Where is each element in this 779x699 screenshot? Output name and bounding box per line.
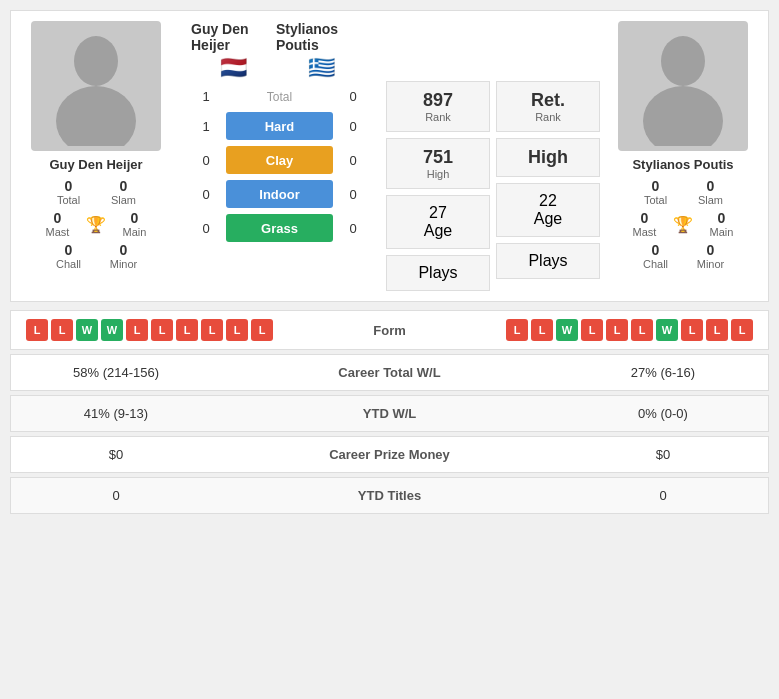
player1-flag: 🇳🇱 bbox=[220, 55, 247, 81]
p1-total-score: 1 bbox=[186, 89, 226, 104]
player2-age-value: 22 bbox=[505, 192, 591, 210]
player2-stats-top: 0 Total 0 Slam bbox=[633, 178, 733, 206]
svg-point-3 bbox=[643, 86, 723, 146]
player2-rank-value: Ret. bbox=[505, 90, 591, 111]
player2-rank-box: Ret. Rank bbox=[496, 81, 600, 132]
player1-main-label: Main bbox=[123, 226, 147, 238]
player2-header-name: Stylianos Poutis bbox=[276, 21, 368, 53]
p1-career-wl: 58% (214-156) bbox=[26, 365, 206, 380]
player1-chall-box: 0 Chall bbox=[46, 242, 91, 270]
player1-card: Guy Den Heijer 0 Total 0 Slam 0 Mast 🏆 bbox=[16, 21, 176, 291]
grass-surface-btn[interactable]: Grass bbox=[226, 214, 333, 242]
player2-main-box: 0 Main bbox=[699, 210, 744, 238]
indoor-label: Indoor bbox=[259, 187, 299, 202]
hard-surface-row: 1 Hard 0 bbox=[181, 112, 378, 140]
player1-total-box: 0 Total bbox=[46, 178, 91, 206]
player2-total-label: Total bbox=[644, 194, 667, 206]
player2-minor-value: 0 bbox=[707, 242, 715, 258]
svg-point-0 bbox=[74, 36, 118, 86]
svg-point-2 bbox=[661, 36, 705, 86]
p2-ytd-wl: 0% (0-0) bbox=[573, 406, 753, 421]
form-badge-l: L bbox=[506, 319, 528, 341]
hard-surface-btn[interactable]: Hard bbox=[226, 112, 333, 140]
clay-label: Clay bbox=[266, 153, 293, 168]
career-wl-row: 58% (214-156) Career Total W/L 27% (6-16… bbox=[10, 354, 769, 391]
player2-mast-value: 0 bbox=[641, 210, 649, 226]
player2-high-value: High bbox=[505, 147, 591, 168]
player2-slam-box: 0 Slam bbox=[688, 178, 733, 206]
player1-main-value: 0 bbox=[131, 210, 139, 226]
player1-chall-label: Chall bbox=[56, 258, 81, 270]
hard-label: Hard bbox=[265, 119, 295, 134]
player1-stats-bottom: 0 Chall 0 Minor bbox=[46, 242, 146, 270]
player1-minor-value: 0 bbox=[120, 242, 128, 258]
player1-avatar bbox=[31, 21, 161, 151]
player2-mast-box: 0 Mast bbox=[622, 210, 667, 238]
player1-slam-value: 0 bbox=[120, 178, 128, 194]
p2-indoor-score: 0 bbox=[333, 187, 373, 202]
player1-trophy-row: 0 Mast 🏆 0 Main bbox=[35, 210, 157, 238]
player2-flag: 🇬🇷 bbox=[308, 55, 335, 81]
player1-rank-value: 897 bbox=[395, 90, 481, 111]
player2-age-label: Age bbox=[505, 210, 591, 228]
player2-avatar bbox=[618, 21, 748, 151]
player1-main-box: 0 Main bbox=[112, 210, 157, 238]
player1-high-label: High bbox=[395, 168, 481, 180]
career-wl-label: Career Total W/L bbox=[206, 365, 573, 380]
player1-trophy-icon: 🏆 bbox=[86, 215, 106, 234]
player1-mast-box: 0 Mast bbox=[35, 210, 80, 238]
player2-rank-label: Rank bbox=[505, 111, 591, 123]
p1-titles: 0 bbox=[26, 488, 206, 503]
p1-prize: $0 bbox=[26, 447, 206, 462]
player2-total-box: 0 Total bbox=[633, 178, 678, 206]
player1-plays-box: Plays bbox=[386, 255, 490, 291]
player1-slam-box: 0 Slam bbox=[101, 178, 146, 206]
player1-rank-label: Rank bbox=[395, 111, 481, 123]
player1-stats-top: 0 Total 0 Slam bbox=[46, 178, 146, 206]
player1-rank-col: 897 Rank 751 High 27 Age Plays bbox=[383, 21, 493, 291]
player1-header-name: Guy Den Heijer bbox=[191, 21, 276, 53]
indoor-surface-btn[interactable]: Indoor bbox=[226, 180, 333, 208]
ytd-wl-label: YTD W/L bbox=[206, 406, 573, 421]
player2-slam-label: Slam bbox=[698, 194, 723, 206]
player1-name: Guy Den Heijer bbox=[49, 157, 142, 172]
clay-surface-btn[interactable]: Clay bbox=[226, 146, 333, 174]
grass-label: Grass bbox=[261, 221, 298, 236]
form-badge-l: L bbox=[731, 319, 753, 341]
player2-main-label: Main bbox=[710, 226, 734, 238]
player2-chall-value: 0 bbox=[652, 242, 660, 258]
form-badge-l: L bbox=[126, 319, 148, 341]
form-badge-l: L bbox=[26, 319, 48, 341]
player2-mast-label: Mast bbox=[633, 226, 657, 238]
p1-hard-score: 1 bbox=[186, 119, 226, 134]
titles-row: 0 YTD Titles 0 bbox=[10, 477, 769, 514]
p2-titles: 0 bbox=[573, 488, 753, 503]
player1-total-value: 0 bbox=[65, 178, 73, 194]
player1-header: Guy Den Heijer 🇳🇱 bbox=[191, 21, 276, 81]
svg-point-1 bbox=[56, 86, 136, 146]
p1-clay-score: 0 bbox=[186, 153, 226, 168]
player1-age-value: 27 bbox=[395, 204, 481, 222]
player2-card: Stylianos Poutis 0 Total 0 Slam 0 Mast 🏆 bbox=[603, 21, 763, 291]
player1-age-label: Age bbox=[395, 222, 481, 240]
player1-form: LLWWLLLLLL bbox=[26, 319, 273, 341]
player1-total-label: Total bbox=[57, 194, 80, 206]
clay-surface-row: 0 Clay 0 bbox=[181, 146, 378, 174]
player2-chall-box: 0 Chall bbox=[633, 242, 678, 270]
p1-indoor-score: 0 bbox=[186, 187, 226, 202]
ytd-wl-row: 41% (9-13) YTD W/L 0% (0-0) bbox=[10, 395, 769, 432]
form-badge-l: L bbox=[226, 319, 248, 341]
form-badge-l: L bbox=[581, 319, 603, 341]
total-surface-row: 1 Total 0 bbox=[181, 89, 378, 104]
main-container: Guy Den Heijer 0 Total 0 Slam 0 Mast 🏆 bbox=[0, 0, 779, 528]
player1-high-box: 751 High bbox=[386, 138, 490, 189]
form-badge-l: L bbox=[151, 319, 173, 341]
player2-trophy-row: 0 Mast 🏆 0 Main bbox=[622, 210, 744, 238]
indoor-surface-row: 0 Indoor 0 bbox=[181, 180, 378, 208]
player1-minor-box: 0 Minor bbox=[101, 242, 146, 270]
form-badge-w: W bbox=[76, 319, 98, 341]
middle-section: Guy Den Heijer 🇳🇱 Stylianos Poutis 🇬🇷 1 … bbox=[176, 21, 383, 291]
p2-total-score: 0 bbox=[333, 89, 373, 104]
player2-main-value: 0 bbox=[718, 210, 726, 226]
p2-career-wl: 27% (6-16) bbox=[573, 365, 753, 380]
